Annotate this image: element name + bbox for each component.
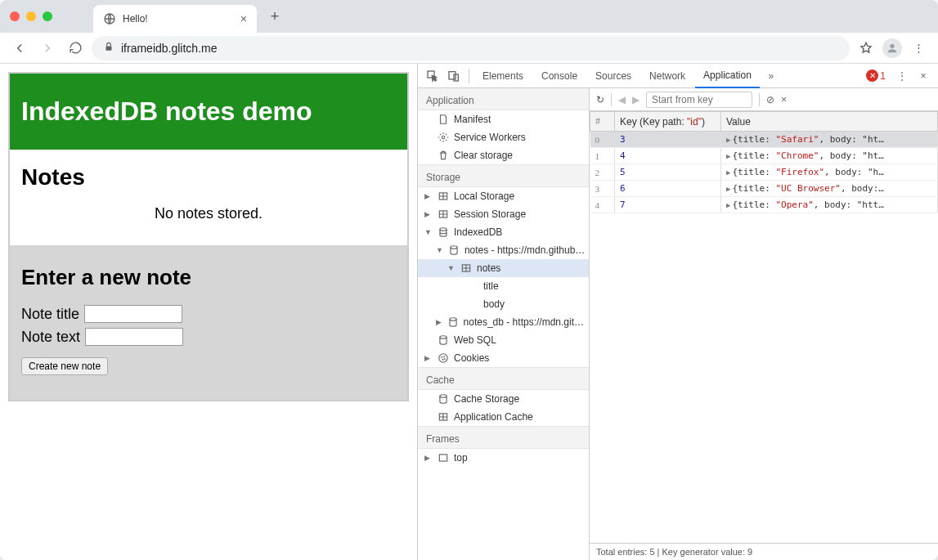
table-icon bbox=[460, 262, 472, 274]
browser-tab-strip: Hello! × + bbox=[0, 0, 938, 33]
error-count: 1 bbox=[880, 70, 886, 82]
table-row[interactable]: 47{title: "Opera", body: "htt… bbox=[590, 197, 938, 213]
minimize-window-icon[interactable] bbox=[26, 11, 36, 21]
new-tab-button[interactable]: + bbox=[263, 5, 286, 28]
svg-point-18 bbox=[444, 358, 445, 359]
notes-heading: Notes bbox=[21, 164, 396, 190]
sidebar-item-cache-storage[interactable]: Cache Storage bbox=[418, 390, 589, 408]
star-icon[interactable] bbox=[855, 37, 877, 60]
data-grid-toolbar: ↻ ◀ ▶ ⊘ × bbox=[590, 88, 938, 111]
svg-rect-21 bbox=[439, 455, 447, 461]
sidebar-item-indexeddb[interactable]: IndexedDB bbox=[418, 223, 589, 241]
devtools-menu-icon[interactable]: ⋮ bbox=[892, 66, 912, 86]
svg-point-6 bbox=[442, 136, 445, 139]
reload-button[interactable] bbox=[64, 37, 87, 60]
col-value[interactable]: Value bbox=[721, 112, 938, 132]
gear-icon bbox=[438, 132, 449, 143]
sidebar-item-clear-storage[interactable]: Clear storage bbox=[418, 146, 589, 164]
col-index[interactable]: # bbox=[590, 112, 615, 132]
sidebar-item-idb-store[interactable]: notes bbox=[418, 259, 589, 277]
trash-icon bbox=[438, 150, 449, 161]
note-text-input[interactable] bbox=[85, 328, 183, 346]
sidebar-item-websql[interactable]: Web SQL bbox=[418, 331, 589, 349]
tab-elements[interactable]: Elements bbox=[474, 64, 532, 88]
database-icon bbox=[448, 244, 460, 256]
delete-entry-icon[interactable]: × bbox=[781, 94, 787, 105]
omnibox[interactable]: iframeidb.glitch.me bbox=[92, 36, 850, 60]
device-toggle-icon[interactable] bbox=[444, 66, 464, 86]
note-title-input[interactable] bbox=[84, 305, 182, 323]
sidebar-item-idb-index-body[interactable]: body bbox=[418, 295, 589, 313]
note-title-label: Note title bbox=[21, 306, 79, 323]
close-window-icon[interactable] bbox=[10, 11, 20, 21]
database-icon bbox=[438, 226, 449, 238]
next-page-icon[interactable]: ▶ bbox=[632, 94, 640, 105]
svg-point-12 bbox=[449, 318, 456, 321]
devtools-panel: Elements Console Sources Network Applica… bbox=[417, 64, 938, 560]
create-note-button[interactable]: Create new note bbox=[21, 357, 108, 375]
sidebar-group-frames: Frames bbox=[418, 426, 589, 449]
status-bar: Total entries: 5 | Key generator value: … bbox=[590, 543, 938, 560]
svg-point-14 bbox=[439, 354, 448, 363]
col-key[interactable]: Key (Key path: "id") bbox=[615, 112, 721, 132]
sidebar-item-idb-index-title[interactable]: title bbox=[418, 277, 589, 295]
svg-point-19 bbox=[440, 395, 447, 398]
file-icon bbox=[438, 114, 449, 125]
empty-state-text: No notes stored. bbox=[21, 205, 396, 222]
address-bar: iframeidb.glitch.me ⋮ bbox=[0, 33, 938, 64]
tab-sources[interactable]: Sources bbox=[587, 64, 640, 88]
refresh-icon[interactable]: ↻ bbox=[596, 94, 604, 105]
note-text-label: Note text bbox=[21, 329, 80, 346]
lock-icon bbox=[103, 41, 114, 55]
key-search-input[interactable] bbox=[646, 92, 752, 108]
back-button[interactable] bbox=[8, 37, 31, 60]
prev-page-icon[interactable]: ◀ bbox=[618, 94, 626, 105]
window-controls bbox=[10, 11, 52, 21]
maximize-window-icon[interactable] bbox=[43, 11, 52, 21]
application-sidebar: Application Manifest Service Workers Cle… bbox=[418, 88, 590, 560]
sidebar-item-top-frame[interactable]: top bbox=[418, 449, 589, 467]
devtools-tab-bar: Elements Console Sources Network Applica… bbox=[418, 64, 938, 88]
table-row[interactable]: 14{title: "Chrome", body: "ht… bbox=[590, 148, 938, 164]
svg-rect-4 bbox=[449, 71, 456, 78]
tab-title: Hello! bbox=[123, 13, 148, 25]
database-icon bbox=[447, 316, 459, 328]
sidebar-group-storage: Storage bbox=[418, 164, 589, 187]
sidebar-item-application-cache[interactable]: Application Cache bbox=[418, 408, 589, 426]
sidebar-item-session-storage[interactable]: Session Storage bbox=[418, 205, 589, 223]
profile-avatar[interactable] bbox=[881, 37, 904, 60]
database-icon bbox=[438, 334, 449, 346]
forward-button[interactable] bbox=[36, 37, 59, 60]
table-icon bbox=[438, 411, 449, 423]
data-grid: # Key (Key path: "id") Value 03{title: "… bbox=[590, 111, 938, 213]
tab-console[interactable]: Console bbox=[533, 64, 586, 88]
page-content: IndexedDB notes demo Notes No notes stor… bbox=[0, 64, 417, 560]
sidebar-item-local-storage[interactable]: Local Storage bbox=[418, 187, 589, 205]
tab-application[interactable]: Application bbox=[695, 64, 760, 88]
browser-tab[interactable]: Hello! × bbox=[93, 5, 257, 33]
sidebar-item-service-workers[interactable]: Service Workers bbox=[418, 128, 589, 146]
error-badge[interactable]: ✕ bbox=[866, 69, 878, 82]
sidebar-item-cookies[interactable]: Cookies bbox=[418, 349, 589, 367]
sidebar-group-application: Application bbox=[418, 88, 589, 110]
sidebar-item-manifest[interactable]: Manifest bbox=[418, 110, 589, 128]
table-row[interactable]: 25{title: "Firefox", body: "h… bbox=[590, 164, 938, 181]
clear-store-icon[interactable]: ⊘ bbox=[766, 94, 774, 105]
svg-point-2 bbox=[890, 43, 894, 47]
table-row[interactable]: 03{title: "Safari", body: "ht… bbox=[590, 132, 938, 148]
svg-point-10 bbox=[451, 246, 457, 249]
inspect-icon[interactable] bbox=[423, 66, 442, 86]
globe-icon bbox=[103, 12, 116, 25]
svg-rect-1 bbox=[106, 46, 112, 50]
form-heading: Enter a new note bbox=[21, 265, 396, 290]
tab-network[interactable]: Network bbox=[641, 64, 693, 88]
browser-menu-icon[interactable]: ⋮ bbox=[907, 37, 930, 60]
url-text: iframeidb.glitch.me bbox=[121, 42, 218, 55]
devtools-close-icon[interactable]: × bbox=[913, 66, 933, 86]
more-tabs-icon[interactable]: » bbox=[761, 66, 781, 86]
cookie-icon bbox=[438, 352, 449, 364]
sidebar-item-idb-database[interactable]: notes - https://mdn.github… bbox=[418, 241, 589, 259]
table-row[interactable]: 36{title: "UC Browser", body:… bbox=[590, 181, 938, 197]
sidebar-item-idb-database-2[interactable]: notes_db - https://mdn.git… bbox=[418, 313, 589, 331]
close-tab-icon[interactable]: × bbox=[240, 12, 247, 25]
